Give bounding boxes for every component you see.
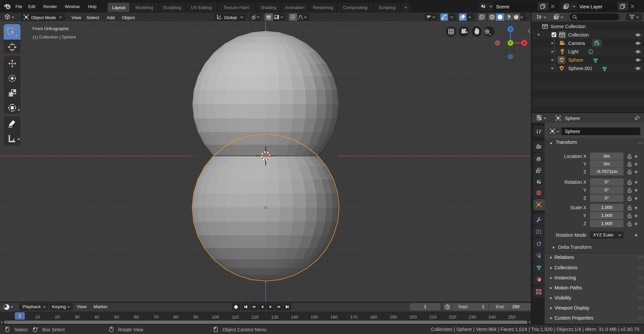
svg-text:X: X bbox=[523, 41, 526, 45]
svg-text:Z: Z bbox=[509, 27, 512, 31]
svg-text:Y: Y bbox=[509, 41, 512, 45]
